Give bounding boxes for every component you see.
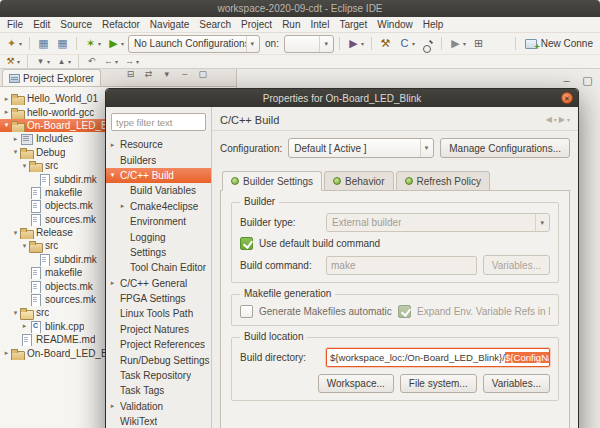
tree-item-project-references[interactable]: Project References [106,337,211,352]
forward-icon[interactable] [559,115,565,124]
menu-intel[interactable]: Intel [305,18,334,31]
expand-arrow-icon[interactable]: ▸ [2,95,11,103]
new-connection-button[interactable]: New Conne [521,38,597,49]
dropdown-arrow-icon[interactable]: ▾ [47,58,50,65]
open-perspective-button[interactable]: ⊞ [470,35,487,53]
tree-item-c-c-build[interactable]: ▾C/C++ Build [106,168,211,183]
tree-item-project-natures[interactable]: Project Natures [106,322,211,337]
expand-arrow-icon[interactable]: ▸ [108,402,117,410]
expand-arrow-icon[interactable]: ▸ [108,141,117,149]
menu-run[interactable]: Run [277,18,305,31]
menu-source[interactable]: Source [55,18,97,31]
builder-type-select[interactable]: External builder [326,213,550,232]
tree-item-task-repository[interactable]: Task Repository [106,368,211,383]
dropdown-arrow-icon[interactable]: ▾ [98,40,101,47]
tree-item-environment[interactable]: Environment [106,214,211,229]
back-icon[interactable] [546,115,552,124]
dropdown-arrow-icon[interactable]: ▾ [136,58,139,65]
target-select[interactable] [284,35,334,53]
menu-file[interactable]: File [2,18,28,31]
new-cpp-project-button[interactable]: C▾ [396,35,417,53]
collapse-arrow-icon[interactable]: ▾ [20,162,29,170]
dropdown-arrow-icon[interactable]: ▾ [115,58,118,65]
minimize-view-button[interactable]: – [558,71,575,89]
filter-input[interactable] [111,113,206,131]
expand-arrow-icon[interactable]: ▸ [108,279,117,287]
menu-navigate[interactable]: Navigate [145,18,194,31]
build-command-variables-button[interactable]: Variables... [483,255,550,275]
collapse-arrow-icon[interactable]: ▾ [11,229,20,237]
new-wizard-button[interactable]: ✦▾ [3,35,24,53]
dropdown-arrow-icon[interactable]: ▾ [463,40,466,47]
dropdown-arrow-icon[interactable]: ▾ [17,58,20,65]
tree-item-linux-tools-path[interactable]: Linux Tools Path [106,306,211,321]
dropdown-arrow-icon[interactable]: ▾ [68,58,71,65]
collapse-arrow-icon[interactable]: ▾ [11,148,20,156]
launch-configuration-select[interactable]: No Launch Configurations [128,35,260,53]
tree-item-build-variables[interactable]: Build Variables [106,183,211,198]
tab-builder-settings[interactable]: Builder Settings [222,171,322,191]
file-system-button[interactable]: File system... [400,374,477,393]
dialog-titlebar[interactable]: Properties for On-Board_LED_Blink [106,89,578,107]
menu-refactor[interactable]: Refactor [97,18,145,31]
external-tools-button[interactable]: ▶▾ [447,35,468,53]
build-button[interactable]: ⚒ [377,35,394,53]
build-directory-input[interactable]: ${workspace_loc:/On-Board_LED_Blink}/${C… [326,348,550,367]
collapse-all-button[interactable]: ⊟ [123,65,138,83]
expand-arrow-icon[interactable]: ▸ [11,135,20,143]
menu-help[interactable]: Help [418,18,449,31]
tree-item-task-tags[interactable]: Task Tags [106,383,211,398]
close-icon[interactable] [561,92,573,104]
menu-window[interactable]: Window [372,18,418,31]
collapse-arrow-icon[interactable]: ▾ [20,242,29,250]
back-button[interactable]: ←▾ [101,53,120,71]
run-button[interactable]: ▶▾ [105,35,126,53]
collapse-arrow-icon[interactable]: ▾ [108,171,117,179]
expand-arrow-icon[interactable]: ▸ [2,108,11,116]
tree-item-run-debug-settings[interactable]: Run/Debug Settings [106,352,211,367]
maximize-view-button[interactable]: ▢ [195,65,210,83]
menu-search[interactable]: Search [194,18,236,31]
tab-refresh-policy[interactable]: Refresh Policy [396,171,490,191]
tree-item-settings[interactable]: Settings [106,245,211,260]
dropdown-arrow-icon[interactable]: ▾ [19,40,22,47]
dropdown-arrow-icon[interactable]: ▾ [361,40,364,47]
expand-arrow-icon[interactable]: ▸ [2,349,11,357]
tab-behavior[interactable]: Behavior [324,171,393,191]
tree-item-c-c-general[interactable]: ▸C/C++ General [106,276,211,291]
previous-annotation-button[interactable]: ▴▾ [54,53,73,71]
save-button[interactable]: ▦ [35,35,52,53]
dropdown-arrow-icon[interactable]: ▾ [412,40,415,47]
maximize-view-button[interactable]: ▢ [579,71,596,89]
save-all-button[interactable]: ▦ [54,35,71,53]
debug-button[interactable]: ✶▾ [82,35,103,53]
dropdown-arrow-icon[interactable]: ▾ [121,40,124,47]
configuration-select[interactable]: Default [ Active ] [288,138,434,158]
next-annotation-button[interactable]: ▾▾ [33,53,52,71]
tree-item-logging[interactable]: Logging [106,229,211,244]
menu-target[interactable]: Target [334,18,372,31]
forward-menu-icon[interactable] [567,116,570,123]
menu-edit[interactable]: Edit [28,18,55,31]
use-default-build-command-checkbox[interactable] [240,237,253,250]
expand-env-refs-checkbox[interactable] [398,305,411,318]
collapse-arrow-icon[interactable]: ▾ [2,121,11,129]
minimize-view-button[interactable]: – [177,65,192,83]
build-command-input[interactable]: make [326,256,477,275]
tree-item-validation[interactable]: ▸Validation [106,399,211,414]
expand-arrow-icon[interactable]: ▸ [118,202,127,210]
tree-item-tool-chain-editor[interactable]: Tool Chain Editor [106,260,211,275]
tree-item-fpga-settings[interactable]: FPGA Settings [106,291,211,306]
search-button[interactable] [419,35,436,53]
build-hammer-button[interactable]: ⚒▾ [3,53,22,71]
generate-makefiles-checkbox[interactable] [240,305,253,318]
profile-button[interactable]: ▶▾ [345,35,366,53]
expand-arrow-icon[interactable]: ▸ [20,322,29,330]
tree-item-builders[interactable]: Builders [106,152,211,167]
workspace-button[interactable]: Workspace... [318,374,394,393]
view-menu-button[interactable]: ▾ [159,65,174,83]
tree-item-cmake4eclipse[interactable]: ▸Cmake4eclipse [106,199,211,214]
last-edit-location-button[interactable]: ↶ [84,53,99,71]
back-menu-icon[interactable] [554,116,557,123]
tab-project-explorer[interactable]: Project Explorer [2,69,101,86]
